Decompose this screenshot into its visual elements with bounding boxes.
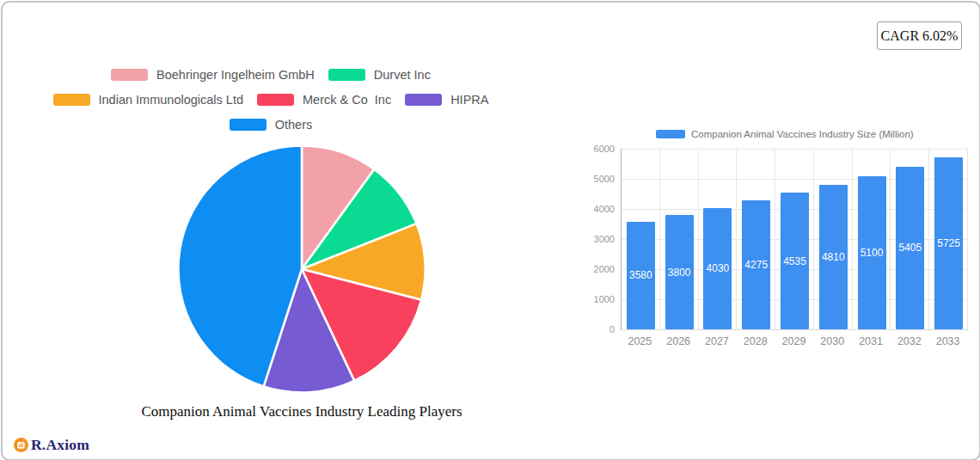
legend-item-hipra[interactable]: HIPRA [405,93,488,107]
legend-item-merck-co-inc[interactable]: Merck & Co Inc [257,93,391,107]
gridline [890,149,891,329]
legend-item-indian-immunologicals-ltd[interactable]: Indian Immunologicals Ltd [53,93,243,107]
bar-2029[interactable]: 4535 [781,193,809,329]
legend-swatch [328,69,365,81]
legend-swatch [405,94,442,106]
x-axis-tick: 2032 [890,335,928,347]
report-card: CAGR 6.02% Boehringer Ingelheim GmbHDurv… [1,1,980,460]
gridline [813,149,814,329]
bar-value-label: 4275 [744,259,768,271]
legend-label: Boehringer Ingelheim GmbH [156,68,315,82]
legend-item-durvet-inc[interactable]: Durvet Inc [328,68,431,82]
legend-swatch [230,119,266,131]
y-axis-tick: 4000 [579,204,615,214]
gridline [622,149,968,150]
bar-value-label: 5725 [937,237,960,249]
gridline [698,149,699,329]
y-axis-tick: 0 [579,324,615,334]
pie-legend: Boehringer Ingelheim GmbHDurvet IncIndia… [3,66,539,141]
legend-label: Durvet Inc [374,68,431,82]
legend-swatch [257,94,294,106]
bar-2033[interactable]: 5725 [934,157,963,329]
bar-value-label: 5100 [861,247,884,259]
gridline [736,149,737,329]
legend-item-others[interactable]: Others [230,118,313,132]
gridline [659,149,660,329]
bar-2030[interactable]: 4810 [819,185,848,329]
legend-label: Merck & Co Inc [303,93,391,107]
x-axis-tick: 2026 [659,335,698,347]
legend-label: Indian Immunologicals Ltd [99,93,243,107]
x-axis-tick: 2029 [775,335,813,347]
growth-chart-icon [14,438,28,452]
gridline [852,149,853,329]
legend-row: Boehringer Ingelheim GmbHDurvet Inc [3,66,539,83]
legend-swatch [111,69,148,81]
legend-swatch [53,94,90,106]
bar-value-label: 4535 [783,255,806,267]
bar-value-label: 3580 [629,269,652,281]
pie-chart-title: Companion Animal Vaccines Industry Leadi… [44,403,560,420]
x-axis-tick: 2031 [852,335,891,347]
bar-value-label: 4810 [822,251,845,263]
x-axis-tick: 2027 [698,335,737,347]
bar-2031[interactable]: 5100 [858,176,886,330]
bar-legend-label: Companion Animal Vaccines Industry Size … [691,129,914,139]
y-axis-tick: 2000 [579,264,615,274]
legend-row: Others [3,116,539,133]
bar-legend-swatch [656,130,685,138]
gridline [967,149,968,329]
legend-row: Indian Immunologicals LtdMerck & Co IncH… [3,91,539,108]
y-axis-tick: 3000 [579,234,615,244]
brand-text: R.Axiom [31,436,89,454]
legend-item-boehringer-ingelheim-gmbh[interactable]: Boehringer Ingelheim GmbH [111,68,315,82]
x-axis-tick: 2025 [621,335,659,347]
bar-2027[interactable]: 4030 [703,208,732,329]
legend-label: HIPRA [450,93,488,107]
bar-2032[interactable]: 5405 [896,167,924,329]
bar-value-label: 3800 [668,267,691,279]
x-axis-tick: 2030 [813,335,852,347]
y-axis-tick: 1000 [579,294,615,304]
cagr-badge: CAGR 6.02% [877,21,962,50]
bar-value-label: 5405 [898,242,922,254]
x-axis-tick: 2028 [736,335,775,347]
y-axis-tick: 6000 [579,144,615,154]
bar-chart-legend[interactable]: Companion Animal Vaccines Industry Size … [656,129,914,139]
bar-value-label: 4030 [707,262,730,274]
bar-2028[interactable]: 4275 [742,200,770,329]
legend-label: Others [275,118,313,132]
y-axis-tick: 5000 [579,174,615,184]
bar-2026[interactable]: 3800 [665,215,694,329]
gridline [928,149,929,329]
gridline [775,149,775,329]
bar-chart-plot: 358038004030427545354810510054055725 [621,149,968,330]
x-axis-tick: 2033 [928,335,967,347]
pie-chart[interactable] [175,143,428,396]
bar-2025[interactable]: 3580 [627,222,655,329]
brand-logo: R.Axiom [14,436,89,454]
